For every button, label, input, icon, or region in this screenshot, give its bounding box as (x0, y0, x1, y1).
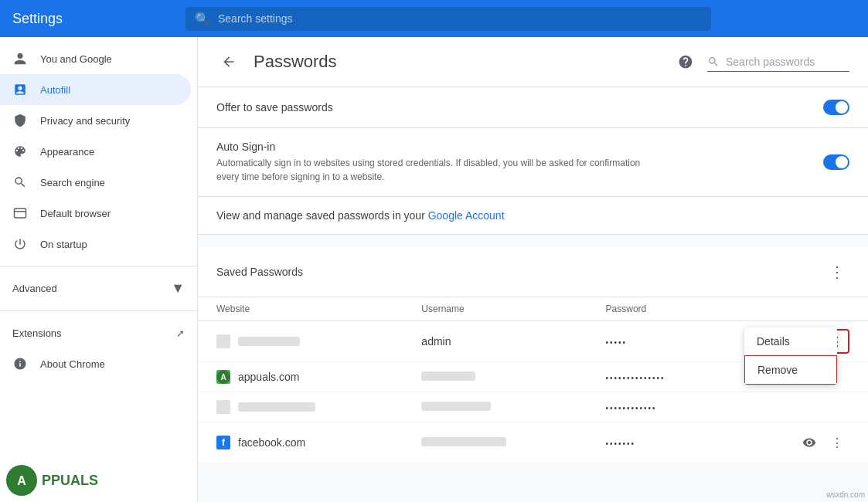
website-placeholder (238, 402, 315, 412)
settings-search-bar[interactable]: 🔍 (186, 7, 711, 31)
context-menu-details[interactable]: Details (744, 327, 837, 355)
sidebar-label-search-engine: Search engine (40, 177, 105, 188)
col-username: Username (403, 297, 587, 321)
col-website: Website (198, 297, 403, 321)
sidebar-item-appearance[interactable]: Appearance (0, 136, 191, 167)
sidebar-item-privacy-security[interactable]: Privacy and security (0, 105, 191, 136)
password-dots: ••••• (606, 338, 628, 347)
saved-passwords-more-button[interactable]: ⋮ (825, 259, 849, 284)
person-icon (12, 51, 28, 66)
password-dots: •••••••••••••• (606, 374, 665, 382)
username-placeholder (421, 437, 506, 446)
password-dots: •••••••••••• (606, 404, 657, 412)
show-password-button[interactable] (797, 430, 822, 455)
sidebar-advanced[interactable]: Advanced ▼ (0, 273, 197, 304)
offer-save-passwords-info: Offer to save passwords (216, 101, 823, 114)
manage-link-text: View and manage saved passwords in your (216, 209, 428, 222)
shield-icon (12, 113, 28, 128)
offer-save-passwords-title: Offer to save passwords (216, 101, 823, 114)
favicon-facebook: f (216, 436, 230, 449)
favicon-placeholder (216, 334, 230, 348)
browser-icon (12, 205, 28, 221)
external-link-icon: ➚ (176, 327, 185, 339)
password-dots-cell: ••••••• (587, 422, 733, 463)
appuals-brand-text: PPUALS (42, 473, 98, 489)
username-placeholder (421, 402, 491, 411)
password-actions-cell: ⋮ Details Remove (733, 321, 868, 362)
back-button[interactable] (216, 49, 241, 74)
password-website-cell: f facebook.com (198, 422, 403, 463)
col-actions (733, 297, 868, 321)
appuals-logo: A (6, 465, 37, 496)
context-menu: Details Remove (744, 327, 837, 385)
page-title: Passwords (254, 52, 661, 72)
website-text: facebook.com (238, 436, 305, 449)
sidebar-item-on-startup[interactable]: On startup (0, 229, 191, 259)
search-passwords-field[interactable] (707, 53, 849, 72)
website-placeholder (238, 337, 300, 346)
password-actions-cell: ⋮ (733, 422, 868, 463)
password-dots-cell: •••••••••••• (587, 392, 733, 422)
search-passwords-input[interactable] (726, 56, 849, 68)
password-website-cell (198, 321, 403, 362)
search-icon (12, 175, 28, 190)
context-menu-remove[interactable]: Remove (744, 355, 837, 385)
password-website-cell: A appuals.com (198, 362, 403, 392)
sidebar-label-default-browser: Default browser (40, 208, 111, 219)
auto-signin-title: Auto Sign-in (216, 141, 823, 153)
password-username-cell: admin (403, 321, 587, 362)
password-dots-cell: ••••• (587, 321, 733, 362)
sidebar-label-privacy-security: Privacy and security (40, 115, 130, 127)
sidebar-divider (0, 266, 197, 266)
topbar: Settings 🔍 (0, 0, 868, 37)
appuals-branding: A PPUALS (6, 465, 98, 496)
offer-save-toggle[interactable] (823, 100, 849, 115)
password-username-cell (403, 392, 587, 422)
svg-rect-0 (15, 209, 26, 218)
sidebar-extensions-label: Extensions (12, 327, 62, 339)
chevron-down-icon: ▼ (171, 280, 185, 297)
google-account-link[interactable]: Google Account (428, 209, 505, 222)
sidebar-item-autofill[interactable]: Autofill (0, 74, 191, 105)
sidebar-label-about-chrome: About Chrome (40, 358, 105, 370)
auto-signin-slider (823, 154, 849, 170)
power-icon (12, 236, 28, 252)
website-text: appuals.com (238, 371, 299, 383)
passwords-table-wrapper: Website Username Password (198, 297, 868, 463)
favicon-placeholder (216, 400, 230, 414)
svg-text:A: A (220, 373, 226, 382)
help-button[interactable] (673, 49, 698, 74)
auto-signin-toggle[interactable] (823, 154, 849, 170)
search-icon: 🔍 (195, 12, 210, 26)
sidebar: You and Google Autofill Privacy and secu… (0, 37, 198, 502)
website-cell: f facebook.com (216, 436, 384, 449)
sidebar-item-you-and-google[interactable]: You and Google (0, 43, 191, 74)
sidebar-item-search-engine[interactable]: Search engine (0, 167, 191, 198)
website-cell (216, 400, 384, 414)
website-cell: A appuals.com (216, 370, 384, 384)
settings-search-input[interactable] (218, 12, 702, 25)
row-more-button[interactable]: ⋮ (825, 430, 849, 455)
row-actions: ⋮ (751, 430, 849, 455)
sidebar-item-default-browser[interactable]: Default browser (0, 198, 191, 229)
sidebar-label-autofill: Autofill (40, 84, 70, 96)
passwords-table: Website Username Password (198, 297, 868, 463)
password-dots-cell: •••••••••••••• (587, 362, 733, 392)
sidebar-advanced-label: Advanced (12, 283, 171, 294)
offer-save-passwords-row: Offer to save passwords (198, 87, 868, 128)
sidebar-label-on-startup: On startup (40, 239, 87, 250)
info-icon (12, 356, 28, 371)
saved-passwords-title: Saved Passwords (216, 266, 825, 278)
password-username-cell (403, 362, 587, 392)
table-row: •••••••••••• (198, 392, 868, 422)
watermark: wsxdn.com (826, 490, 865, 499)
svg-text:A: A (17, 474, 26, 487)
table-row: admin ••••• ⋮ (198, 321, 868, 362)
sidebar-extensions[interactable]: Extensions ➚ (0, 317, 197, 348)
sidebar-item-about-chrome[interactable]: About Chrome (0, 348, 191, 379)
offer-save-slider (823, 100, 849, 115)
sidebar-divider2 (0, 310, 197, 311)
password-actions-cell (733, 392, 868, 422)
palette-icon (12, 144, 28, 159)
password-dots: ••••••• (606, 439, 636, 448)
